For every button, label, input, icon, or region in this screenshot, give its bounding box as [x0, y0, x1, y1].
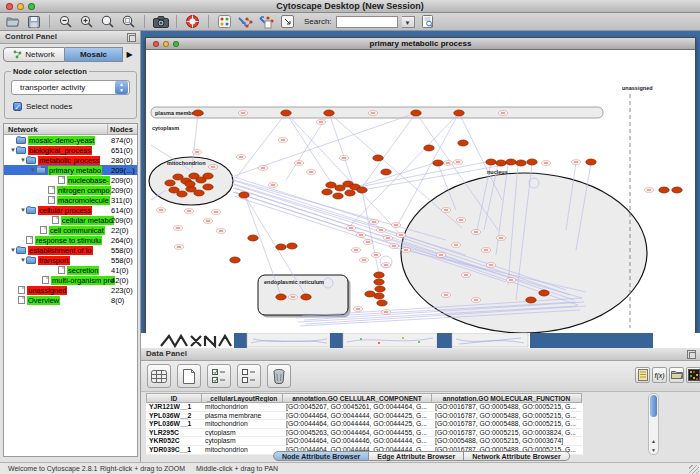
- network-window-titlebar[interactable]: primary metabolic process: [146, 38, 695, 50]
- network-tree-row[interactable]: cell communicat22(0): [4, 225, 137, 235]
- graph-node[interactable]: [381, 169, 391, 175]
- graph-node[interactable]: [357, 187, 367, 193]
- export-network-icon[interactable]: [258, 14, 275, 29]
- table-row[interactable]: YPL036W__1mitochondrion[GO:0044464, GO:0…: [146, 420, 583, 429]
- zoom-out-icon[interactable]: [57, 14, 74, 29]
- vizmapper-icon[interactable]: [216, 14, 233, 29]
- graph-node[interactable]: [374, 272, 384, 278]
- network-tree-row[interactable]: multi-organism pro42(0): [4, 275, 137, 285]
- graph-node[interactable]: [454, 110, 464, 116]
- network-tree-row[interactable]: mosaic-demo-yeast874(0): [4, 135, 137, 145]
- network-tree-row[interactable]: response to stimulu264(0): [4, 235, 137, 245]
- table-row[interactable]: YLR295Ccytoplasm[GO:0045263, GO:0044464,…: [146, 429, 583, 438]
- advanced-search-icon[interactable]: [419, 14, 436, 29]
- help-icon[interactable]: [184, 14, 201, 29]
- network-tree-row[interactable]: ▼primary metabo209(...): [4, 165, 137, 175]
- network-tree-row[interactable]: macromolecule311(0): [4, 195, 137, 205]
- formula-builder-icon[interactable]: f(x): [652, 367, 667, 383]
- annotation-icon[interactable]: [279, 14, 296, 29]
- zoom-fit-icon[interactable]: [99, 14, 116, 29]
- graph-node[interactable]: [281, 110, 291, 116]
- graph-node[interactable]: [458, 140, 468, 146]
- graph-node[interactable]: [333, 193, 343, 199]
- tab-edge-attribute-browser[interactable]: Edge Attribute Browser: [369, 451, 464, 461]
- table-column-header[interactable]: annotation.GO MOLECULAR_FUNCTION: [432, 393, 582, 403]
- network-tree-row[interactable]: unassigned223(0): [4, 285, 137, 295]
- table-row[interactable]: YKR052Ccytoplasm[GO:0044464, GO:0044446,…: [146, 437, 583, 446]
- graph-node[interactable]: [287, 243, 297, 249]
- select-nodes-option[interactable]: ✓ Select nodes: [13, 102, 72, 111]
- attribute-editor-icon[interactable]: [635, 367, 650, 383]
- resize-grip[interactable]: [689, 465, 699, 474]
- tab-overflow-arrow[interactable]: ▶: [123, 47, 136, 62]
- graph-node[interactable]: [586, 159, 596, 165]
- graph-node[interactable]: [539, 290, 549, 296]
- attribute-matrix-icon[interactable]: [147, 364, 171, 388]
- graph-node[interactable]: [377, 300, 387, 306]
- graph-node[interactable]: [194, 190, 204, 196]
- new-attribute-icon[interactable]: [177, 364, 201, 388]
- graph-node[interactable]: [527, 159, 537, 165]
- graph-node[interactable]: [411, 110, 421, 116]
- network-tree-row[interactable]: secretion41(0): [4, 265, 137, 275]
- float-panel-icon[interactable]: [127, 33, 136, 42]
- save-icon[interactable]: [25, 14, 42, 29]
- zoom-region-icon[interactable]: [120, 14, 137, 29]
- graph-node[interactable]: [486, 159, 496, 165]
- graph-node[interactable]: [203, 173, 213, 179]
- table-row[interactable]: YPL036W__2plasma membrane[GO:0044464, GO…: [146, 412, 583, 421]
- network-canvas[interactable]: plasma membranecytoplasmmitochondrionnuc…: [146, 50, 695, 333]
- graph-node[interactable]: [185, 181, 195, 187]
- graph-node[interactable]: [276, 294, 286, 300]
- graph-node[interactable]: [496, 160, 506, 166]
- search-dropdown-button[interactable]: ▼: [402, 16, 415, 28]
- tab-mosaic[interactable]: Mosaic: [65, 47, 123, 62]
- graph-node[interactable]: [424, 145, 434, 151]
- graph-node[interactable]: [203, 184, 213, 190]
- open-icon[interactable]: [4, 14, 21, 29]
- graph-node[interactable]: [433, 160, 443, 166]
- delete-attribute-icon[interactable]: [267, 364, 291, 388]
- snapshot-icon[interactable]: [152, 14, 169, 29]
- graph-node[interactable]: [248, 235, 258, 241]
- table-column-header[interactable]: ID: [146, 393, 202, 403]
- graph-node[interactable]: [177, 191, 187, 197]
- network-tree-row[interactable]: Overview8(0): [4, 295, 137, 305]
- import-network-icon[interactable]: [237, 14, 254, 29]
- unselect-attributes-icon[interactable]: [237, 364, 261, 388]
- network-tree-row[interactable]: ▼cellular process614(0): [4, 205, 137, 215]
- network-tree-row[interactable]: cellular metabo209(0): [4, 215, 137, 225]
- graph-node[interactable]: [165, 180, 175, 186]
- scroll-down-icon[interactable]: ▼: [649, 446, 658, 454]
- graph-node[interactable]: [365, 291, 375, 297]
- graph-node[interactable]: [239, 192, 249, 198]
- network-tree-row[interactable]: ▼transport558(0): [4, 255, 137, 265]
- scrollbar-thumb[interactable]: [650, 395, 657, 417]
- table-column-header[interactable]: _cellularLayoutRegion: [202, 393, 283, 403]
- table-column-header[interactable]: annotation.GO CELLULAR_COMPONENT: [283, 393, 432, 403]
- table-scrollbar[interactable]: ▲ ▼: [648, 393, 659, 455]
- graph-node[interactable]: [322, 189, 332, 195]
- graph-node[interactable]: [301, 294, 311, 300]
- graph-node[interactable]: [230, 257, 240, 263]
- graph-node[interactable]: [324, 110, 334, 116]
- graph-node[interactable]: [193, 110, 203, 116]
- table-row[interactable]: YJR121W__1mitochondrion[GO:0045267, GO:0…: [146, 403, 583, 412]
- graph-node[interactable]: [345, 190, 355, 196]
- network-tree-row[interactable]: nucleobase-209(0): [4, 175, 137, 185]
- graph-node[interactable]: [375, 286, 385, 292]
- select-nodes-checkbox[interactable]: ✓: [13, 102, 22, 111]
- graph-node[interactable]: [659, 187, 669, 193]
- graph-node[interactable]: [516, 160, 526, 166]
- network-tree-row[interactable]: ▼metabolic process280(0): [4, 155, 137, 165]
- graph-node[interactable]: [373, 155, 383, 161]
- search-input[interactable]: [336, 16, 398, 28]
- network-tree-row[interactable]: ▼biological_process651(0): [4, 145, 137, 155]
- graph-node[interactable]: [374, 279, 384, 285]
- tab-network-attribute-browser[interactable]: Network Attribute Browser: [464, 451, 569, 461]
- tab-node-attribute-browser[interactable]: Node Attribute Browser: [273, 451, 369, 461]
- network-tree-row[interactable]: nitrogen compo209(0): [4, 185, 137, 195]
- scroll-up-icon[interactable]: ▲: [649, 437, 658, 445]
- float-panel-icon[interactable]: [687, 350, 696, 359]
- zoom-in-icon[interactable]: [78, 14, 95, 29]
